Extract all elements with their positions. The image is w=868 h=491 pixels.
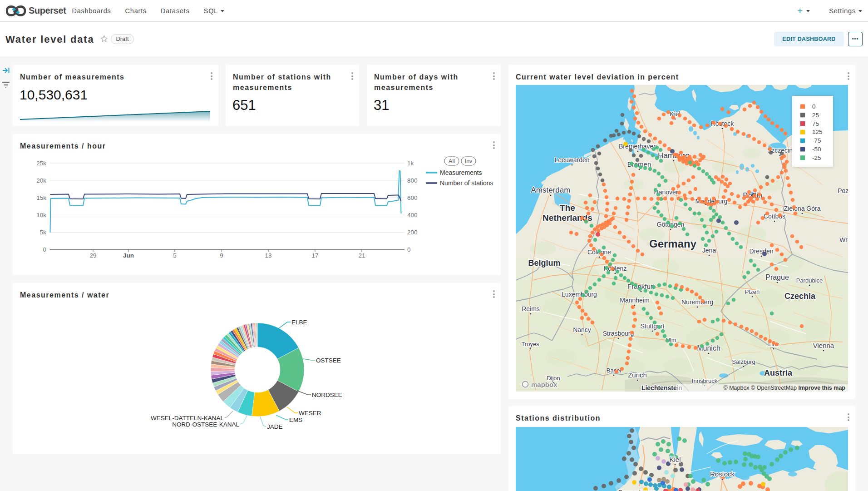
svg-text:EMS: EMS xyxy=(289,417,302,423)
svg-text:75: 75 xyxy=(812,120,819,127)
svg-text:WESEL-DATTELN-KANAL: WESEL-DATTELN-KANAL xyxy=(151,415,224,422)
svg-text:OSTSEE: OSTSEE xyxy=(316,357,341,364)
svg-text:WESER: WESER xyxy=(299,410,321,417)
svg-text:© Mapbox © OpenStreetMap Impro: © Mapbox © OpenStreetMap Improve this ma… xyxy=(723,385,845,391)
svg-text:The: The xyxy=(560,203,575,213)
svg-text:Jun: Jun xyxy=(123,252,134,259)
svg-text:10k: 10k xyxy=(36,212,46,218)
svg-text:Austria: Austria xyxy=(764,368,793,377)
svg-text:25k: 25k xyxy=(36,160,46,167)
svg-text:Measurements: Measurements xyxy=(440,169,482,176)
svg-text:800: 800 xyxy=(407,177,418,184)
svg-text:Troyes: Troyes xyxy=(521,341,539,347)
svg-text:15k: 15k xyxy=(36,194,46,201)
svg-text:Germany: Germany xyxy=(649,238,697,250)
svg-text:0: 0 xyxy=(407,246,411,253)
svg-text:NORDSEE: NORDSEE xyxy=(312,392,342,398)
svg-text:mapbox: mapbox xyxy=(531,381,557,388)
svg-text:Amsterdam: Amsterdam xyxy=(531,186,571,194)
svg-text:-75: -75 xyxy=(812,137,821,144)
svg-text:0: 0 xyxy=(812,103,816,110)
svg-text:All: All xyxy=(449,158,455,164)
svg-text:5: 5 xyxy=(173,252,177,259)
svg-text:21: 21 xyxy=(358,252,365,259)
svg-text:Dresden: Dresden xyxy=(750,248,774,255)
svg-text:Vienna: Vienna xyxy=(813,342,834,349)
svg-text:Wrocław: Wrocław xyxy=(839,236,848,243)
svg-text:Belgium: Belgium xyxy=(528,258,560,268)
svg-text:-50: -50 xyxy=(812,146,821,153)
svg-text:Number of stations: Number of stations xyxy=(440,179,493,187)
svg-text:NORD-OSTSEE-KANAL: NORD-OSTSEE-KANAL xyxy=(172,421,239,428)
svg-text:1k: 1k xyxy=(407,160,414,167)
svg-text:Salzburg: Salzburg xyxy=(732,358,755,365)
svg-text:Kiel: Kiel xyxy=(669,456,681,463)
svg-text:29: 29 xyxy=(89,252,96,259)
svg-text:Jena: Jena xyxy=(702,247,716,254)
svg-text:13: 13 xyxy=(265,252,271,259)
svg-text:Prague: Prague xyxy=(765,273,789,281)
svg-text:Pardubice: Pardubice xyxy=(796,277,823,284)
svg-text:Innsbruck: Innsbruck xyxy=(692,377,718,384)
svg-text:0: 0 xyxy=(43,246,46,253)
svg-text:Zurich: Zurich xyxy=(628,371,647,379)
svg-text:Mannheim: Mannheim xyxy=(620,297,649,304)
svg-text:Nuremberg: Nuremberg xyxy=(681,298,713,306)
svg-text:Czechia: Czechia xyxy=(784,292,816,301)
svg-text:Poznań: Poznań xyxy=(838,187,848,194)
svg-text:Leeuwarden: Leeuwarden xyxy=(554,156,589,164)
svg-text:Strasbourg: Strasbourg xyxy=(603,330,634,337)
svg-text:200: 200 xyxy=(407,229,418,236)
svg-text:9: 9 xyxy=(220,252,223,259)
svg-text:600: 600 xyxy=(407,194,418,201)
svg-text:Plzeň: Plzeň xyxy=(745,288,760,295)
svg-text:Zielona Góra: Zielona Góra xyxy=(784,205,821,212)
svg-text:ELBE: ELBE xyxy=(291,319,307,326)
svg-text:17: 17 xyxy=(311,252,318,259)
svg-text:Reims: Reims xyxy=(522,305,540,312)
svg-text:20k: 20k xyxy=(36,177,46,184)
svg-text:25: 25 xyxy=(812,112,819,119)
svg-text:Basel: Basel xyxy=(607,367,621,374)
svg-text:-25: -25 xyxy=(812,154,821,161)
svg-text:125: 125 xyxy=(812,129,823,135)
svg-text:Liechtenstein: Liechtenstein xyxy=(641,384,682,392)
svg-text:Rostock: Rostock xyxy=(710,470,735,478)
svg-text:Inv: Inv xyxy=(465,158,473,164)
svg-text:400: 400 xyxy=(407,212,418,218)
svg-text:Bremerhaven: Bremerhaven xyxy=(618,489,656,491)
svg-text:JADE: JADE xyxy=(267,423,283,430)
svg-text:Nancy: Nancy xyxy=(573,326,591,333)
svg-text:5k: 5k xyxy=(40,229,47,236)
svg-text:Luxembourg: Luxembourg xyxy=(562,291,597,298)
